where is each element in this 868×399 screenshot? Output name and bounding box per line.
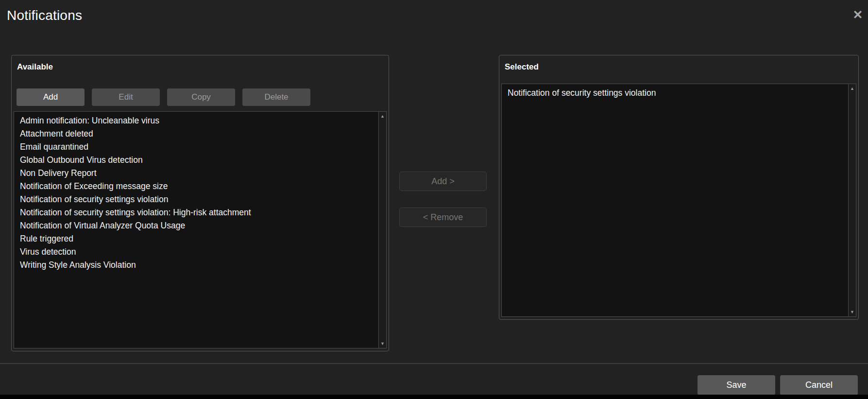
selected-scrollbar[interactable]: ▲ ▼ <box>848 84 856 316</box>
scroll-up-icon[interactable]: ▲ <box>849 85 856 92</box>
list-item[interactable]: Writing Style Analysis Violation <box>14 259 378 272</box>
list-item[interactable]: Email quarantined <box>14 140 378 154</box>
list-item[interactable]: Notification of security settings violat… <box>502 87 848 100</box>
selected-listbox: Notification of security settings violat… <box>501 84 856 317</box>
delete-button[interactable]: Delete <box>242 88 310 106</box>
save-button[interactable]: Save <box>698 375 775 395</box>
available-list: Admin notification: Uncleanable virusAtt… <box>14 112 378 348</box>
scroll-down-icon[interactable]: ▼ <box>379 340 386 347</box>
scroll-up-icon[interactable]: ▲ <box>379 113 386 120</box>
list-item[interactable]: Admin notification: Uncleanable virus <box>14 114 378 127</box>
list-item[interactable]: Notification of security settings violat… <box>14 206 378 219</box>
scroll-down-icon[interactable]: ▼ <box>849 309 856 315</box>
list-item[interactable]: Rule triggered <box>14 232 378 245</box>
edit-button[interactable]: Edit <box>92 88 160 106</box>
available-toolbar: AddEditCopyDelete <box>17 88 310 106</box>
list-item[interactable]: Attachment deleted <box>14 127 378 140</box>
list-item[interactable]: Global Outbound Virus detection <box>14 154 378 167</box>
selected-panel: Selected Notification of security settin… <box>499 55 859 320</box>
footer-divider <box>0 363 868 364</box>
bottom-bar <box>0 395 868 399</box>
available-panel-title: Available <box>17 62 53 72</box>
available-scrollbar[interactable]: ▲ ▼ <box>378 112 386 348</box>
cancel-button[interactable]: Cancel <box>780 375 858 395</box>
list-item[interactable]: Non Delivery Report <box>14 167 378 180</box>
add-button[interactable]: Add <box>17 88 85 106</box>
available-listbox: Admin notification: Uncleanable virusAtt… <box>14 111 387 348</box>
selected-panel-title: Selected <box>505 62 539 72</box>
available-panel: Available AddEditCopyDelete Admin notifi… <box>11 55 389 351</box>
list-item[interactable]: Notification of Exceeding message size <box>14 180 378 193</box>
page-title: Notifications <box>7 8 82 23</box>
list-item[interactable]: Notification of security settings violat… <box>14 193 378 206</box>
list-item[interactable]: Notification of Virtual Analyzer Quota U… <box>14 219 378 232</box>
remove-from-selected-button[interactable]: < Remove <box>399 208 487 227</box>
list-item[interactable]: Virus detection <box>14 245 378 259</box>
close-icon[interactable]: ✕ <box>850 7 866 22</box>
add-to-selected-button[interactable]: Add > <box>399 172 487 191</box>
selected-list: Notification of security settings violat… <box>502 84 848 316</box>
copy-button[interactable]: Copy <box>167 88 235 106</box>
notifications-dialog: Notifications ✕ Available AddEditCopyDel… <box>0 0 868 399</box>
